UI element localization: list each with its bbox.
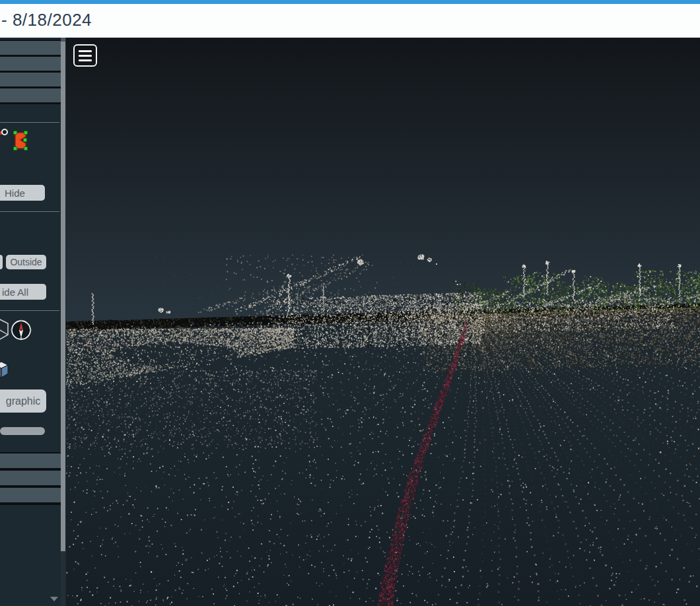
clip-polygon-icon[interactable] (11, 129, 31, 152)
app-window: - 8/18/2024 Hide Outside (0, 0, 700, 606)
hide-all-button[interactable]: ide All (0, 284, 46, 300)
menu-toggle-button[interactable] (73, 44, 97, 67)
accordion-group-top (0, 40, 61, 104)
scroll-down-arrow-icon[interactable] (50, 597, 58, 601)
separator (0, 310, 59, 311)
accordion-bar[interactable] (0, 471, 61, 485)
point-cloud-viewport (66, 38, 700, 606)
accordion-group-bottom (0, 452, 61, 505)
accordion-bar[interactable] (0, 454, 61, 468)
separator (0, 122, 59, 123)
separator (0, 211, 59, 212)
hamburger-icon (79, 59, 92, 61)
header: - 8/18/2024 (0, 4, 700, 38)
accordion-bar[interactable] (0, 488, 61, 502)
compass-icon[interactable] (9, 318, 33, 341)
accordion-bar[interactable] (0, 41, 61, 55)
accordion-bar[interactable] (0, 73, 61, 86)
hide-button[interactable]: Hide (0, 185, 45, 201)
accordion-bar[interactable] (0, 88, 61, 102)
speed-slider[interactable] (0, 427, 45, 435)
accordion-bar[interactable] (0, 57, 61, 71)
inside-button-edge[interactable] (0, 255, 3, 269)
outside-button[interactable]: Outside (6, 255, 46, 269)
scrollbar-thumb[interactable] (61, 42, 65, 551)
angle-measurement-icon[interactable] (0, 127, 12, 154)
camera-projection-icon (0, 360, 9, 382)
sidebar: Hide Outside ide All graph (0, 38, 66, 606)
orthographic-button[interactable]: graphic (0, 389, 46, 413)
hamburger-icon (79, 50, 92, 52)
page-title: - 8/18/2024 (0, 4, 700, 36)
point-cloud-canvas[interactable] (66, 38, 700, 606)
hamburger-icon (79, 55, 92, 57)
